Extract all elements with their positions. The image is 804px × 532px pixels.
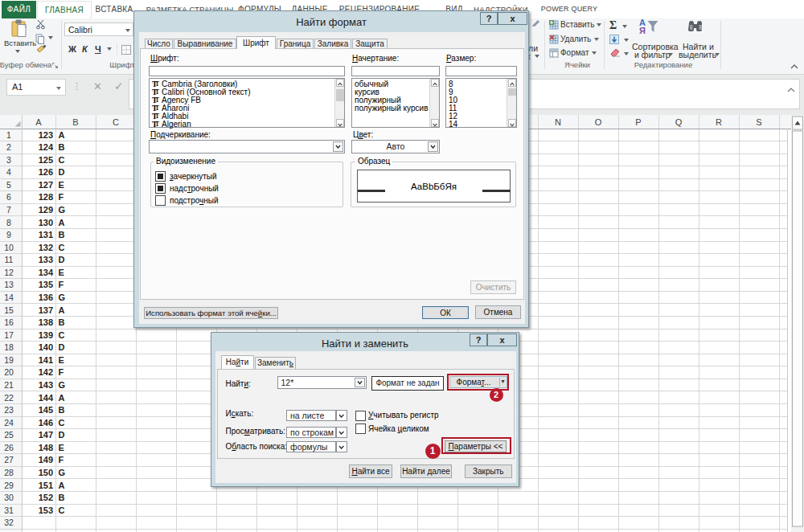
svg-text:C: C [59, 155, 65, 165]
svg-text:A: A [59, 130, 65, 140]
svg-text:A: A [59, 393, 65, 403]
svg-text:27: 27 [4, 455, 14, 464]
svg-text:148: 148 [39, 443, 53, 452]
svg-text:G: G [59, 380, 66, 390]
svg-text:P: P [635, 117, 641, 127]
svg-text:E: E [59, 268, 64, 277]
svg-text:11: 11 [5, 255, 14, 264]
svg-text:17: 17 [4, 330, 14, 340]
svg-text:149: 149 [39, 455, 53, 464]
svg-text:151: 151 [39, 481, 53, 490]
svg-text:132: 132 [39, 243, 53, 252]
svg-text:G: G [59, 205, 66, 215]
svg-text:9: 9 [6, 230, 11, 239]
svg-text:C: C [59, 330, 65, 340]
svg-text:150: 150 [39, 468, 53, 477]
svg-text:Q: Q [675, 117, 683, 127]
svg-text:145: 145 [39, 405, 53, 415]
svg-text:20: 20 [4, 367, 14, 377]
svg-text:126: 126 [39, 167, 53, 177]
svg-text:12: 12 [4, 268, 14, 277]
svg-text:16: 16 [4, 317, 14, 327]
svg-text:F: F [59, 192, 64, 202]
svg-text:B: B [59, 317, 65, 327]
svg-text:127: 127 [39, 180, 53, 190]
svg-text:13: 13 [4, 280, 14, 289]
svg-text:C: C [59, 243, 65, 252]
svg-text:31: 31 [4, 505, 14, 515]
svg-text:136: 136 [39, 293, 53, 302]
svg-text:141: 141 [39, 355, 53, 365]
svg-text:F: F [59, 280, 64, 289]
svg-text:N: N [555, 117, 561, 127]
svg-text:C: C [113, 117, 119, 127]
svg-text:C: C [59, 505, 65, 515]
svg-text:29: 29 [4, 481, 14, 490]
svg-text:26: 26 [4, 443, 14, 452]
svg-text:3: 3 [6, 155, 11, 165]
svg-text:B: B [59, 142, 65, 152]
svg-text:24: 24 [4, 418, 14, 428]
svg-text:23: 23 [4, 405, 14, 415]
svg-text:147: 147 [39, 430, 53, 440]
svg-text:1: 1 [6, 130, 11, 140]
svg-text:18: 18 [4, 342, 14, 352]
svg-text:A: A [35, 117, 42, 127]
svg-text:129: 129 [39, 205, 53, 215]
svg-text:E: E [59, 180, 64, 190]
svg-text:131: 131 [39, 230, 53, 239]
svg-text:A: A [59, 481, 65, 490]
svg-text:E: E [59, 443, 64, 452]
svg-text:D: D [59, 255, 65, 264]
svg-text:143: 143 [39, 380, 53, 390]
svg-text:28: 28 [4, 468, 14, 477]
svg-text:5: 5 [6, 180, 11, 190]
svg-text:32: 32 [4, 518, 14, 527]
svg-text:123: 123 [39, 130, 53, 140]
svg-text:140: 140 [39, 342, 53, 352]
svg-text:F: F [59, 367, 64, 377]
svg-text:144: 144 [39, 393, 54, 403]
svg-text:133: 133 [39, 255, 53, 264]
svg-text:A: A [59, 218, 65, 227]
svg-text:D: D [59, 167, 65, 177]
svg-text:C: C [59, 418, 65, 428]
svg-text:8: 8 [6, 218, 11, 227]
svg-text:B: B [59, 405, 65, 415]
svg-text:138: 138 [39, 317, 53, 327]
svg-text:6: 6 [6, 192, 11, 202]
svg-text:153: 153 [39, 505, 53, 515]
svg-text:R: R [716, 117, 722, 127]
svg-text:F: F [59, 455, 64, 464]
svg-text:G: G [59, 293, 66, 302]
svg-text:S: S [756, 117, 761, 127]
svg-text:135: 135 [39, 280, 53, 289]
svg-text:7: 7 [6, 205, 11, 215]
svg-text:22: 22 [4, 393, 14, 403]
svg-text:124: 124 [39, 142, 54, 152]
svg-text:139: 139 [39, 330, 53, 340]
svg-text:21: 21 [4, 380, 14, 390]
svg-text:19: 19 [4, 355, 14, 365]
svg-text:B: B [59, 230, 65, 239]
svg-text:D: D [59, 342, 65, 352]
svg-text:137: 137 [39, 305, 53, 315]
svg-text:4: 4 [6, 167, 11, 177]
svg-text:146: 146 [39, 418, 53, 428]
svg-text:128: 128 [39, 192, 53, 202]
svg-text:A: A [59, 305, 65, 315]
svg-text:E: E [59, 355, 64, 365]
svg-text:2: 2 [6, 142, 11, 152]
svg-text:15: 15 [4, 305, 14, 315]
svg-text:142: 142 [39, 367, 53, 377]
svg-text:B: B [59, 493, 65, 502]
svg-text:G: G [59, 468, 66, 477]
svg-text:10: 10 [4, 243, 14, 252]
svg-text:30: 30 [4, 493, 14, 502]
svg-text:B: B [72, 117, 78, 127]
svg-text:130: 130 [39, 218, 53, 227]
svg-text:14: 14 [4, 293, 14, 302]
svg-text:152: 152 [39, 493, 53, 502]
svg-text:25: 25 [4, 430, 14, 440]
svg-text:134: 134 [39, 268, 54, 277]
